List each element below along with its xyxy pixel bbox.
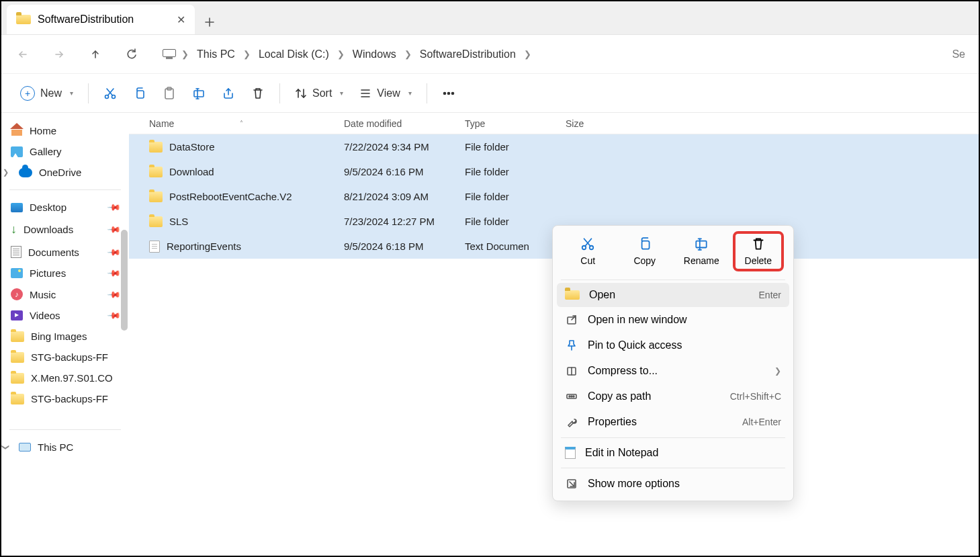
context-compress[interactable]: Compress to...❯ [557, 358, 789, 384]
folder-icon [149, 191, 163, 202]
context-open[interactable]: OpenEnter [557, 283, 789, 307]
video-icon [11, 310, 23, 320]
sidebar-downloads[interactable]: ↓Downloads📌 [5, 218, 125, 241]
header-date[interactable]: Date modified [344, 118, 465, 129]
breadcrumb: ❯ This PC ❯ Local Disk (C:) ❯ Windows ❯ … [157, 47, 937, 62]
folder-icon [149, 142, 163, 153]
context-copy[interactable]: Copy [621, 232, 669, 270]
chevron-right-icon[interactable]: ❯ [337, 49, 345, 59]
pictures-icon [11, 268, 23, 278]
header-name[interactable]: Name˄ [129, 118, 344, 129]
context-properties[interactable]: PropertiesAlt+Enter [557, 409, 789, 435]
svg-point-23 [447, 92, 449, 94]
new-button[interactable]: +New▾ [12, 81, 81, 105]
search-input[interactable]: Se [952, 48, 968, 60]
sidebar-home[interactable]: Home [5, 120, 125, 141]
chevron-down-icon: ▾ [408, 89, 412, 97]
context-cut[interactable]: Cut [564, 232, 612, 270]
more-button[interactable] [434, 81, 463, 105]
chevron-right-icon[interactable]: ❯ [181, 49, 189, 59]
scrollbar[interactable] [121, 230, 128, 331]
crumb-windows[interactable]: Windows [350, 47, 399, 62]
context-show-more[interactable]: Show more options [557, 471, 789, 497]
crumb-software-distribution[interactable]: SoftwareDistribution [417, 47, 519, 62]
sidebar-bing-images[interactable]: Bing Images [5, 326, 125, 347]
header-type[interactable]: Type [465, 118, 566, 129]
pin-icon: 📌 [107, 266, 122, 281]
svg-point-24 [451, 92, 453, 94]
chevron-down-icon: ▾ [70, 89, 73, 97]
rename-button[interactable] [184, 81, 214, 105]
file-type: Text Documen [465, 241, 566, 252]
chevron-right-icon[interactable]: ❯ [524, 49, 531, 59]
copy-button[interactable] [125, 81, 154, 105]
forward-button[interactable] [48, 44, 70, 65]
svg-line-8 [107, 89, 113, 95]
folder-open-icon [16, 15, 31, 24]
file-name: Download [169, 166, 214, 177]
folder-icon [11, 331, 24, 342]
context-rename[interactable]: Rename [677, 232, 725, 270]
pc-icon [19, 443, 31, 452]
context-delete[interactable]: Delete [734, 232, 783, 270]
chevron-right-icon[interactable]: ❯ [243, 49, 251, 59]
sidebar-videos[interactable]: Videos📌 [5, 305, 125, 326]
context-pin-quick-access[interactable]: Pin to Quick access [557, 333, 789, 358]
sidebar-documents[interactable]: Documents📌 [5, 241, 125, 263]
separator [427, 83, 427, 103]
wrench-icon [565, 415, 578, 429]
file-row[interactable]: DataStore7/22/2024 9:34 PMFile folder [129, 134, 979, 159]
up-button[interactable] [85, 44, 106, 65]
menu-separator [561, 280, 785, 280]
tab-title: SoftwareDistribution [38, 13, 134, 26]
chevron-right-icon: ❯ [774, 366, 781, 376]
chevron-right-icon[interactable]: ❯ [404, 49, 412, 59]
view-button[interactable]: View▾ [351, 81, 419, 105]
pc-icon[interactable] [163, 49, 176, 59]
new-tab-button[interactable] [197, 10, 222, 34]
sidebar: Home Gallery ❯OneDrive Desktop📌 ↓Downloa… [1, 113, 129, 556]
document-icon [11, 246, 21, 258]
chevron-right-icon[interactable]: ❯ [3, 168, 9, 177]
sidebar-music[interactable]: ♪Music📌 [5, 284, 125, 305]
sort-asc-icon: ˄ [240, 120, 243, 127]
share-button[interactable] [214, 81, 243, 105]
sidebar-pictures[interactable]: Pictures📌 [5, 263, 125, 284]
menu-separator [561, 437, 785, 438]
file-row[interactable]: Download9/5/2024 6:16 PMFile folder [129, 159, 979, 184]
delete-button[interactable] [243, 81, 273, 105]
close-tab-icon[interactable]: ✕ [177, 13, 185, 26]
context-actions-row: Cut Copy Rename Delete [557, 230, 789, 277]
svg-rect-9 [137, 91, 144, 98]
file-row[interactable]: PostRebootEventCache.V28/21/2024 3:09 AM… [129, 184, 979, 209]
header-size[interactable]: Size [566, 118, 633, 129]
tab-active[interactable]: SoftwareDistribution ✕ [7, 5, 195, 34]
context-edit-notepad[interactable]: Edit in Notepad [557, 441, 789, 465]
cut-button[interactable] [95, 81, 125, 105]
sidebar-this-pc[interactable]: ❯This PC [5, 437, 125, 458]
sidebar-stg-backups-2[interactable]: STG-backups-FF [5, 388, 125, 409]
tabs-bar: SoftwareDistribution ✕ [1, 1, 979, 35]
svg-point-40 [569, 396, 570, 397]
context-copy-path[interactable]: Copy as pathCtrl+Shift+C [557, 384, 789, 409]
file-date: 9/5/2024 6:16 PM [344, 166, 465, 177]
sidebar-gallery[interactable]: Gallery [5, 141, 125, 162]
back-button[interactable] [12, 44, 34, 65]
sort-button[interactable]: Sort▾ [287, 81, 351, 105]
crumb-this-pc[interactable]: This PC [194, 47, 238, 62]
folder-icon [11, 394, 24, 404]
sidebar-onedrive[interactable]: ❯OneDrive [5, 162, 125, 183]
file-type: File folder [465, 141, 566, 153]
sidebar-stg-backups-1[interactable]: STG-backups-FF [5, 347, 125, 368]
refresh-button[interactable] [121, 44, 142, 65]
sidebar-xmen[interactable]: X.Men.97.S01.CO [5, 368, 125, 388]
context-open-new-window[interactable]: Open in new window [557, 307, 789, 333]
file-type: File folder [465, 191, 566, 202]
paste-button[interactable] [154, 81, 184, 105]
crumb-local-disk[interactable]: Local Disk (C:) [256, 47, 332, 62]
notepad-icon [565, 447, 576, 459]
sidebar-desktop[interactable]: Desktop📌 [5, 197, 125, 218]
pin-icon [565, 339, 578, 352]
file-name: DataStore [169, 141, 215, 153]
chevron-down-icon[interactable]: ❯ [1, 444, 10, 450]
